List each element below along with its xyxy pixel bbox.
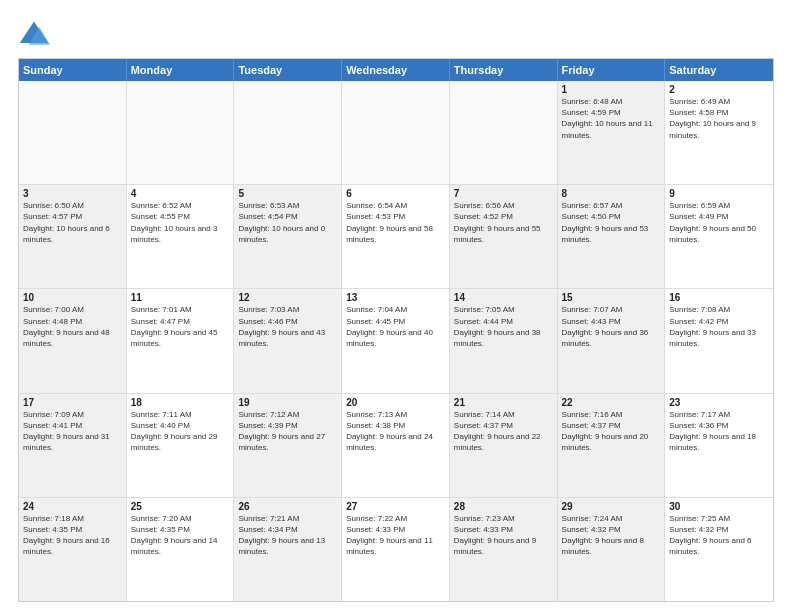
day-number: 29 bbox=[562, 501, 661, 512]
logo-icon bbox=[18, 18, 50, 50]
day-info: Sunrise: 7:08 AM Sunset: 4:42 PM Dayligh… bbox=[669, 304, 769, 349]
calendar-cell bbox=[342, 81, 450, 184]
day-number: 6 bbox=[346, 188, 445, 199]
calendar-row: 3Sunrise: 6:50 AM Sunset: 4:57 PM Daylig… bbox=[19, 185, 773, 289]
calendar-cell: 29Sunrise: 7:24 AM Sunset: 4:32 PM Dayli… bbox=[558, 498, 666, 601]
day-number: 5 bbox=[238, 188, 337, 199]
day-number: 11 bbox=[131, 292, 230, 303]
calendar-header-cell: Sunday bbox=[19, 59, 127, 81]
calendar-cell: 11Sunrise: 7:01 AM Sunset: 4:47 PM Dayli… bbox=[127, 289, 235, 392]
day-info: Sunrise: 6:52 AM Sunset: 4:55 PM Dayligh… bbox=[131, 200, 230, 245]
calendar-row: 17Sunrise: 7:09 AM Sunset: 4:41 PM Dayli… bbox=[19, 394, 773, 498]
calendar-cell bbox=[19, 81, 127, 184]
calendar-cell: 3Sunrise: 6:50 AM Sunset: 4:57 PM Daylig… bbox=[19, 185, 127, 288]
calendar-cell: 23Sunrise: 7:17 AM Sunset: 4:36 PM Dayli… bbox=[665, 394, 773, 497]
calendar-cell: 18Sunrise: 7:11 AM Sunset: 4:40 PM Dayli… bbox=[127, 394, 235, 497]
calendar-cell: 28Sunrise: 7:23 AM Sunset: 4:33 PM Dayli… bbox=[450, 498, 558, 601]
day-info: Sunrise: 6:49 AM Sunset: 4:58 PM Dayligh… bbox=[669, 96, 769, 141]
day-info: Sunrise: 7:24 AM Sunset: 4:32 PM Dayligh… bbox=[562, 513, 661, 558]
calendar-cell: 22Sunrise: 7:16 AM Sunset: 4:37 PM Dayli… bbox=[558, 394, 666, 497]
calendar-cell: 9Sunrise: 6:59 AM Sunset: 4:49 PM Daylig… bbox=[665, 185, 773, 288]
calendar-cell: 10Sunrise: 7:00 AM Sunset: 4:48 PM Dayli… bbox=[19, 289, 127, 392]
calendar-row: 1Sunrise: 6:48 AM Sunset: 4:59 PM Daylig… bbox=[19, 81, 773, 185]
calendar-cell: 15Sunrise: 7:07 AM Sunset: 4:43 PM Dayli… bbox=[558, 289, 666, 392]
calendar-cell: 14Sunrise: 7:05 AM Sunset: 4:44 PM Dayli… bbox=[450, 289, 558, 392]
calendar-cell: 13Sunrise: 7:04 AM Sunset: 4:45 PM Dayli… bbox=[342, 289, 450, 392]
calendar-cell: 21Sunrise: 7:14 AM Sunset: 4:37 PM Dayli… bbox=[450, 394, 558, 497]
day-number: 13 bbox=[346, 292, 445, 303]
day-info: Sunrise: 7:04 AM Sunset: 4:45 PM Dayligh… bbox=[346, 304, 445, 349]
header bbox=[18, 18, 774, 50]
day-info: Sunrise: 7:12 AM Sunset: 4:39 PM Dayligh… bbox=[238, 409, 337, 454]
day-info: Sunrise: 6:59 AM Sunset: 4:49 PM Dayligh… bbox=[669, 200, 769, 245]
calendar-cell: 16Sunrise: 7:08 AM Sunset: 4:42 PM Dayli… bbox=[665, 289, 773, 392]
day-info: Sunrise: 6:57 AM Sunset: 4:50 PM Dayligh… bbox=[562, 200, 661, 245]
day-info: Sunrise: 7:25 AM Sunset: 4:32 PM Dayligh… bbox=[669, 513, 769, 558]
day-info: Sunrise: 6:54 AM Sunset: 4:53 PM Dayligh… bbox=[346, 200, 445, 245]
day-number: 3 bbox=[23, 188, 122, 199]
day-number: 25 bbox=[131, 501, 230, 512]
day-number: 12 bbox=[238, 292, 337, 303]
calendar-cell: 2Sunrise: 6:49 AM Sunset: 4:58 PM Daylig… bbox=[665, 81, 773, 184]
day-number: 20 bbox=[346, 397, 445, 408]
calendar-cell: 24Sunrise: 7:18 AM Sunset: 4:35 PM Dayli… bbox=[19, 498, 127, 601]
calendar-cell: 6Sunrise: 6:54 AM Sunset: 4:53 PM Daylig… bbox=[342, 185, 450, 288]
calendar-cell: 27Sunrise: 7:22 AM Sunset: 4:33 PM Dayli… bbox=[342, 498, 450, 601]
day-info: Sunrise: 7:01 AM Sunset: 4:47 PM Dayligh… bbox=[131, 304, 230, 349]
day-info: Sunrise: 7:18 AM Sunset: 4:35 PM Dayligh… bbox=[23, 513, 122, 558]
day-number: 19 bbox=[238, 397, 337, 408]
day-number: 24 bbox=[23, 501, 122, 512]
day-number: 22 bbox=[562, 397, 661, 408]
calendar-row: 24Sunrise: 7:18 AM Sunset: 4:35 PM Dayli… bbox=[19, 498, 773, 601]
calendar-body: 1Sunrise: 6:48 AM Sunset: 4:59 PM Daylig… bbox=[19, 81, 773, 601]
day-info: Sunrise: 6:53 AM Sunset: 4:54 PM Dayligh… bbox=[238, 200, 337, 245]
calendar-cell: 8Sunrise: 6:57 AM Sunset: 4:50 PM Daylig… bbox=[558, 185, 666, 288]
day-info: Sunrise: 7:03 AM Sunset: 4:46 PM Dayligh… bbox=[238, 304, 337, 349]
day-info: Sunrise: 7:17 AM Sunset: 4:36 PM Dayligh… bbox=[669, 409, 769, 454]
calendar-cell: 20Sunrise: 7:13 AM Sunset: 4:38 PM Dayli… bbox=[342, 394, 450, 497]
day-number: 9 bbox=[669, 188, 769, 199]
day-number: 26 bbox=[238, 501, 337, 512]
calendar-cell: 12Sunrise: 7:03 AM Sunset: 4:46 PM Dayli… bbox=[234, 289, 342, 392]
day-info: Sunrise: 7:13 AM Sunset: 4:38 PM Dayligh… bbox=[346, 409, 445, 454]
day-number: 16 bbox=[669, 292, 769, 303]
calendar-cell: 25Sunrise: 7:20 AM Sunset: 4:35 PM Dayli… bbox=[127, 498, 235, 601]
day-number: 21 bbox=[454, 397, 553, 408]
logo bbox=[18, 18, 54, 50]
calendar-header-cell: Thursday bbox=[450, 59, 558, 81]
calendar-cell: 4Sunrise: 6:52 AM Sunset: 4:55 PM Daylig… bbox=[127, 185, 235, 288]
calendar-cell bbox=[450, 81, 558, 184]
day-info: Sunrise: 7:07 AM Sunset: 4:43 PM Dayligh… bbox=[562, 304, 661, 349]
calendar-cell bbox=[234, 81, 342, 184]
day-number: 1 bbox=[562, 84, 661, 95]
day-number: 28 bbox=[454, 501, 553, 512]
day-info: Sunrise: 6:48 AM Sunset: 4:59 PM Dayligh… bbox=[562, 96, 661, 141]
calendar-cell: 26Sunrise: 7:21 AM Sunset: 4:34 PM Dayli… bbox=[234, 498, 342, 601]
page: SundayMondayTuesdayWednesdayThursdayFrid… bbox=[0, 0, 792, 612]
day-number: 27 bbox=[346, 501, 445, 512]
day-info: Sunrise: 7:21 AM Sunset: 4:34 PM Dayligh… bbox=[238, 513, 337, 558]
calendar-cell: 17Sunrise: 7:09 AM Sunset: 4:41 PM Dayli… bbox=[19, 394, 127, 497]
day-info: Sunrise: 7:09 AM Sunset: 4:41 PM Dayligh… bbox=[23, 409, 122, 454]
day-info: Sunrise: 7:05 AM Sunset: 4:44 PM Dayligh… bbox=[454, 304, 553, 349]
day-number: 8 bbox=[562, 188, 661, 199]
day-info: Sunrise: 7:16 AM Sunset: 4:37 PM Dayligh… bbox=[562, 409, 661, 454]
day-number: 4 bbox=[131, 188, 230, 199]
calendar-cell: 5Sunrise: 6:53 AM Sunset: 4:54 PM Daylig… bbox=[234, 185, 342, 288]
calendar-cell: 19Sunrise: 7:12 AM Sunset: 4:39 PM Dayli… bbox=[234, 394, 342, 497]
calendar: SundayMondayTuesdayWednesdayThursdayFrid… bbox=[18, 58, 774, 602]
day-number: 7 bbox=[454, 188, 553, 199]
day-number: 2 bbox=[669, 84, 769, 95]
day-number: 17 bbox=[23, 397, 122, 408]
calendar-header-cell: Monday bbox=[127, 59, 235, 81]
calendar-header-cell: Friday bbox=[558, 59, 666, 81]
day-info: Sunrise: 7:14 AM Sunset: 4:37 PM Dayligh… bbox=[454, 409, 553, 454]
day-info: Sunrise: 7:11 AM Sunset: 4:40 PM Dayligh… bbox=[131, 409, 230, 454]
calendar-cell bbox=[127, 81, 235, 184]
calendar-cell: 1Sunrise: 6:48 AM Sunset: 4:59 PM Daylig… bbox=[558, 81, 666, 184]
day-number: 23 bbox=[669, 397, 769, 408]
day-info: Sunrise: 6:56 AM Sunset: 4:52 PM Dayligh… bbox=[454, 200, 553, 245]
calendar-row: 10Sunrise: 7:00 AM Sunset: 4:48 PM Dayli… bbox=[19, 289, 773, 393]
day-info: Sunrise: 7:00 AM Sunset: 4:48 PM Dayligh… bbox=[23, 304, 122, 349]
day-number: 30 bbox=[669, 501, 769, 512]
